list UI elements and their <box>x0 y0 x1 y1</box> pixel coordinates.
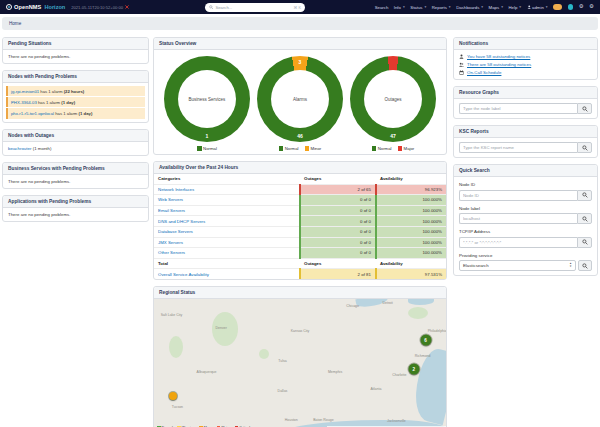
donut-center-label: Alarms <box>271 70 329 128</box>
nav-item-reports[interactable]: Reports <box>432 5 451 10</box>
legend-label: Minor <box>311 146 322 151</box>
pending-situations-panel: Pending Situations There are no pending … <box>2 37 149 64</box>
regional-status-map[interactable]: Salt Lake CityDenverChicagoDetroitKansas… <box>154 299 446 427</box>
category-link[interactable]: DNS and DHCP Servers <box>158 219 205 224</box>
terrain-patch <box>408 307 428 319</box>
search-icon <box>582 263 588 269</box>
category-link[interactable]: Database Servers <box>158 229 193 234</box>
on-call-schedule-link[interactable]: On-Call Schedule <box>459 70 592 75</box>
outstanding-notices-user-link[interactable]: You have 58 outstanding notices <box>459 54 592 59</box>
donut-chart: Outages 47 <box>350 56 436 142</box>
category-link[interactable]: Other Servers <box>158 250 185 255</box>
outstanding-notices-all-link[interactable]: There are 58 outstanding notices <box>459 62 592 67</box>
admin-cogs-icon[interactable]: ⚙ <box>589 4 594 10</box>
category-link[interactable]: JMX Servers <box>158 240 183 245</box>
donut-legend: Normal Major <box>347 146 439 151</box>
availability-cell: 100.000% <box>376 226 446 237</box>
legend-label: Major <box>404 146 415 151</box>
left-column: Pending Situations There are no pending … <box>2 37 149 228</box>
outages-donut[interactable]: Outages 47 Normal Major <box>347 56 439 151</box>
node-label-input[interactable] <box>459 213 577 224</box>
panel-title: Applications with Pending Problems <box>3 196 148 208</box>
map-status-marker[interactable]: 6 <box>420 335 431 346</box>
table-row: Email Servers 0 of 0 100.000% <box>154 205 446 216</box>
alarms-donut[interactable]: Alarms 3 46 Normal Minor <box>254 56 346 151</box>
map-city-label: Albuquerque <box>197 370 217 374</box>
ksc-report-input[interactable] <box>459 142 577 153</box>
nav-item-status[interactable]: Status <box>410 5 426 10</box>
map-status-marker[interactable] <box>169 392 177 400</box>
business-services-panel: Business Services with Pending Problems … <box>2 162 149 189</box>
table-row: Other Servers 0 of 0 100.000% <box>154 248 446 259</box>
map-city-label: Dallas <box>278 389 288 393</box>
calendar-icon <box>459 70 464 75</box>
field-label: TCP/IP Address <box>459 229 592 234</box>
settings-gear-icon[interactable]: ⚙ <box>579 4 584 10</box>
node-link[interactable]: beachrouter <box>8 146 31 151</box>
column-header: Total <box>154 258 300 269</box>
breadcrumb-home-link[interactable]: Home <box>9 21 21 26</box>
column-header: Outages <box>300 258 376 269</box>
ksc-report-search-button[interactable] <box>577 142 592 153</box>
nav-item-search[interactable]: Search <box>375 5 389 10</box>
atlantic-water <box>409 346 446 425</box>
opennms-logo[interactable]: OpenNMS Horizon <box>6 4 65 10</box>
providing-service-select[interactable]: Elasticsearch ▲▼ <box>459 260 576 271</box>
map-city-label: Tucson <box>172 405 183 409</box>
nav-item-dashboards[interactable]: Dashboards <box>456 5 483 10</box>
panel-title: Regional Status <box>154 287 446 299</box>
category-link[interactable]: Email Servers <box>158 208 185 213</box>
resource-graphs-node-input[interactable] <box>459 103 577 114</box>
category-link[interactable]: Network Interfaces <box>158 187 194 192</box>
category-link[interactable]: Web Servers <box>158 197 183 202</box>
availability-cell: 100.000% <box>376 248 446 259</box>
outages-cell: 0 of 0 <box>300 205 376 216</box>
availability-table: Categories Outages Availability Network … <box>154 174 446 279</box>
business-services-donut[interactable]: Business Services 1 Normal <box>161 56 253 151</box>
map-city-label: Salt Lake City <box>161 313 183 317</box>
alarm-list-item[interactable]: phx-r1-r5-tor1.opnlocal has 1 alarm (1 d… <box>6 108 145 118</box>
node-id-input[interactable] <box>459 190 577 201</box>
alarm-list-item[interactable]: jg-rpi-minion01 has 1 alarm (22 hours) <box>6 86 145 96</box>
nav-item-info[interactable]: Info <box>394 5 405 10</box>
map-status-marker[interactable]: 2 <box>408 364 419 375</box>
providing-service-search-button[interactable] <box>578 260 592 271</box>
ksc-reports-panel: KSC Reports <box>453 125 598 158</box>
map-city-label: Houston <box>285 418 298 422</box>
table-total-row: Overall Service Availability 2 of 81 97.… <box>154 269 446 279</box>
panel-title: Notifications <box>454 38 597 50</box>
resource-graphs-search-button[interactable] <box>577 103 592 114</box>
map-city-label: Jacksonville <box>387 419 406 423</box>
user-menu[interactable]: admin <box>527 5 548 10</box>
alarm-duration: (22 hours) <box>64 89 85 94</box>
column-header: Availability <box>376 174 446 184</box>
node-link[interactable]: PHX-3364-03 <box>11 100 37 105</box>
alarm-list-item[interactable]: PHX-3364-03 has 1 alarm (1 day) <box>6 97 145 107</box>
category-link[interactable]: Overall Service Availability <box>158 272 209 277</box>
ip-address-input[interactable] <box>459 237 577 248</box>
global-search-box[interactable]: Search... ⌘ K <box>205 3 305 12</box>
node-link[interactable]: jg-rpi-minion01 <box>11 89 39 94</box>
node-id-search-button[interactable] <box>577 190 592 201</box>
server-timestamp: 2021-05-11T20:10:52+00:00 <box>71 5 123 10</box>
donut-minor-value: 3 <box>257 59 343 65</box>
nav-item-maps[interactable]: Maps <box>489 5 503 10</box>
panel-title: Nodes with Pending Problems <box>3 71 148 83</box>
map-city-label: Atlanta <box>370 387 381 391</box>
donut-center-label: Outages <box>364 70 422 128</box>
notice-status-badge[interactable] <box>568 4 574 10</box>
brand-name: OpenNMS <box>14 4 41 10</box>
on-call-status-badge[interactable] <box>553 4 562 10</box>
node-label-search-button[interactable] <box>577 213 592 224</box>
empty-message: There are no pending problems. <box>3 175 148 188</box>
status-overview-panel: Status Overview Business Services 1 Norm… <box>153 37 447 155</box>
map-city-label: Baton Rouge <box>313 418 333 422</box>
outages-cell: 0 of 0 <box>300 237 376 248</box>
node-link[interactable]: phx-r1-r5-tor1.opnlocal <box>11 111 54 116</box>
selected-service: Elasticsearch <box>463 263 489 268</box>
ip-address-search-button[interactable] <box>577 237 592 248</box>
panel-title: Resource Graphs <box>454 87 597 99</box>
panel-title: Status Overview <box>154 38 446 50</box>
nav-item-help[interactable]: Help <box>508 5 521 10</box>
brand-product: Horizon <box>44 4 65 10</box>
